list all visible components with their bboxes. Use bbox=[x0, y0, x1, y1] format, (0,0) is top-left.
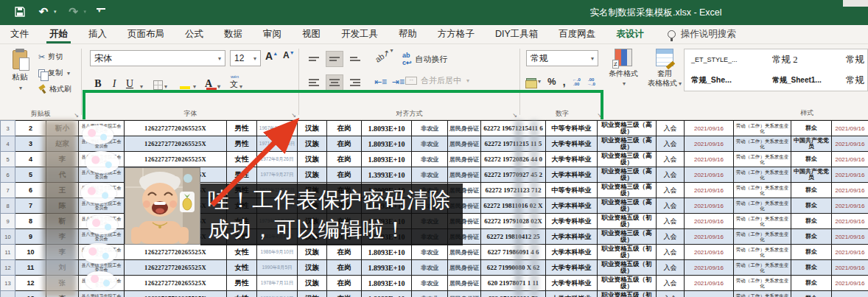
cell[interactable]: 群众 bbox=[791, 276, 832, 291]
cell[interactable]: 大学本科毕业 bbox=[546, 245, 598, 260]
cell[interactable]: 2021/09/16 bbox=[685, 121, 734, 136]
cell[interactable]: 4 bbox=[15, 152, 46, 167]
fill-color-button[interactable]: ▾ bbox=[178, 74, 196, 91]
cell[interactable]: 1.8093E+10 bbox=[362, 245, 412, 260]
cell[interactable]: 汉族 bbox=[298, 167, 327, 183]
cell[interactable]: 劳动（工作）关系发生变化 bbox=[734, 167, 791, 183]
cell[interactable]: 入会 bbox=[657, 121, 685, 136]
cell[interactable]: 大学专科毕业 bbox=[546, 152, 598, 167]
cell[interactable]: 群众 bbox=[791, 214, 832, 229]
tab-数据[interactable]: 数据 bbox=[214, 25, 253, 43]
percent-style-button[interactable]: % bbox=[547, 76, 556, 87]
decrease-font-icon[interactable]: A▼ bbox=[283, 50, 295, 60]
orientation-icon[interactable]: ab↗▾ bbox=[374, 45, 396, 64]
cell[interactable]: 劳动（工作）关系发生变化 bbox=[734, 276, 791, 291]
cell[interactable]: 2021/09/16 bbox=[832, 152, 868, 167]
cell[interactable]: 2021/09/16 bbox=[832, 229, 868, 245]
font-color-button[interactable]: A▾ bbox=[205, 74, 220, 91]
cell[interactable]: 2021/09/16 bbox=[685, 183, 734, 198]
tab-插入[interactable]: 插入 bbox=[78, 25, 117, 43]
cell[interactable]: 居民身份证 bbox=[448, 152, 481, 167]
cell[interactable]: 大学专科毕业 bbox=[546, 260, 598, 276]
cell[interactable]: 2021/09/16 bbox=[685, 291, 734, 297]
cell[interactable]: 汉族 bbox=[298, 121, 327, 136]
row-header[interactable]: 6 bbox=[1, 167, 15, 183]
row-header[interactable]: 8 bbox=[1, 198, 15, 214]
cell[interactable]: 大学专科毕业 bbox=[546, 276, 598, 291]
tab-开发工具[interactable]: 开发工具 bbox=[331, 25, 388, 43]
cell[interactable]: 1978年7月11日 bbox=[257, 276, 298, 291]
cell[interactable]: 在岗 bbox=[327, 136, 362, 152]
merge-center-button[interactable]: 合并后居中▾ bbox=[405, 75, 469, 86]
cell[interactable]: 群众 bbox=[791, 152, 832, 167]
cell[interactable]: 在岗 bbox=[327, 152, 362, 167]
cell[interactable]: 2021/09/16 bbox=[685, 229, 734, 245]
style-item[interactable]: 常规 bbox=[839, 70, 868, 91]
cell[interactable]: 职业资格三级（高级） bbox=[598, 198, 657, 214]
increase-indent-icon[interactable]: ⇥≡ bbox=[392, 77, 405, 87]
cell[interactable]: 在岗 bbox=[327, 260, 362, 276]
borders-button[interactable]: ▾ bbox=[153, 74, 167, 91]
cell[interactable]: 居民身份证 bbox=[448, 167, 481, 183]
chevron-down-icon[interactable]: ▾ bbox=[253, 55, 256, 62]
cell[interactable]: 入会 bbox=[657, 198, 685, 214]
cell[interactable]: 1.8093E+10 bbox=[362, 121, 412, 136]
cell[interactable]: 劳动（工作）关系发生变化 bbox=[734, 136, 791, 152]
cell[interactable]: 职业资格三级（高级） bbox=[598, 121, 657, 136]
cell[interactable]: 2021/09/16 bbox=[685, 167, 734, 183]
cell[interactable]: 职业资格三级（高级） bbox=[598, 183, 657, 198]
cell[interactable]: 1986年9月10日 bbox=[257, 245, 298, 260]
cell[interactable]: 群众 bbox=[791, 245, 832, 260]
cell[interactable]: 2021/09/16 bbox=[832, 183, 868, 198]
cell[interactable]: 1.8093E+10 bbox=[362, 291, 412, 297]
cell[interactable]: 居民身份证 bbox=[448, 276, 481, 291]
cell[interactable]: 在岗 bbox=[327, 121, 362, 136]
save-icon[interactable] bbox=[13, 5, 27, 18]
cell[interactable]: 职业资格三级（高级） bbox=[598, 136, 657, 152]
cell[interactable]: 群众 bbox=[791, 198, 832, 214]
cell[interactable]: 女性 bbox=[227, 245, 257, 260]
cell[interactable]: 11 bbox=[15, 260, 46, 276]
cell[interactable]: 入会 bbox=[657, 260, 685, 276]
cell[interactable]: 在岗 bbox=[327, 245, 362, 260]
cell[interactable]: 2021/09/16 bbox=[685, 276, 734, 291]
cell[interactable]: 12622727720265525X bbox=[125, 260, 227, 276]
cell[interactable]: 男性 bbox=[227, 136, 257, 152]
tab-审阅[interactable]: 审阅 bbox=[253, 25, 292, 43]
cell[interactable]: 2021/09/16 bbox=[832, 198, 868, 214]
cell[interactable]: 3 bbox=[15, 136, 46, 152]
row-header[interactable]: 11 bbox=[1, 245, 15, 260]
cell[interactable]: 2021/09/16 bbox=[832, 245, 868, 260]
align-right-icon[interactable] bbox=[346, 74, 364, 91]
cell[interactable]: 非农业 bbox=[412, 136, 448, 152]
cell[interactable]: 群众 bbox=[791, 183, 832, 198]
accounting-format-button[interactable]: ▾ bbox=[526, 78, 541, 85]
cell[interactable]: 居民身份证 bbox=[448, 245, 481, 260]
cell[interactable]: 非农业 bbox=[412, 245, 448, 260]
cell[interactable]: 2021/09/16 bbox=[685, 260, 734, 276]
cell[interactable]: 县八里镇卫生院工会委员会 bbox=[79, 291, 125, 297]
cell[interactable]: 在岗 bbox=[327, 167, 362, 183]
cell[interactable]: 2021/09/16 bbox=[832, 136, 868, 152]
row-header[interactable]: 7 bbox=[1, 183, 15, 198]
cell[interactable]: 7 bbox=[15, 198, 46, 214]
align-center-icon[interactable] bbox=[326, 74, 343, 91]
cell[interactable]: 2021/09/16 bbox=[832, 276, 868, 291]
cell[interactable]: 入会 bbox=[657, 136, 685, 152]
cell[interactable]: 12622727720265525X bbox=[125, 245, 227, 260]
cell[interactable]: 劳动（工作）关系发生变化 bbox=[734, 260, 791, 276]
wrap-text-button[interactable]: abc↩ 自动换行 bbox=[402, 52, 448, 66]
align-top-icon[interactable] bbox=[305, 51, 323, 67]
row-header[interactable]: 14 bbox=[1, 291, 15, 297]
cell[interactable]: 非农业 bbox=[412, 167, 448, 183]
cell[interactable]: 职业资格三级（高级） bbox=[598, 229, 657, 245]
cell[interactable]: 居民身份证 bbox=[448, 136, 481, 152]
chevron-down-icon[interactable]: ▾ bbox=[218, 55, 221, 62]
cell[interactable]: 劳动（工作）关系发生变化 bbox=[734, 214, 791, 229]
cell[interactable]: 入会 bbox=[657, 245, 685, 260]
cell[interactable]: 职业资格三级（高级） bbox=[598, 167, 657, 183]
cell[interactable]: 2021/09/16 bbox=[832, 214, 868, 229]
tab-帮助[interactable]: 帮助 bbox=[388, 25, 427, 43]
cell[interactable]: 大学本科毕业 bbox=[546, 229, 598, 245]
cell[interactable]: 劳动（工作）关系发生变化 bbox=[734, 121, 791, 136]
